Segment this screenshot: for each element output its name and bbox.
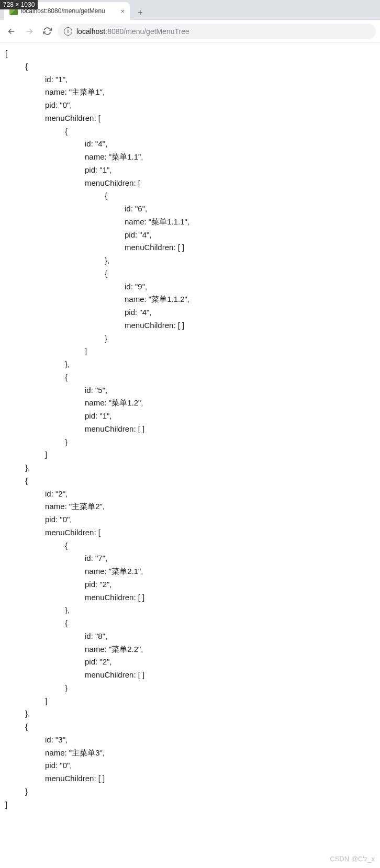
info-icon[interactable]: i bbox=[64, 27, 72, 36]
new-tab-button[interactable]: + bbox=[133, 5, 148, 20]
tab-bar: localhost:8080/menu/getMenu × + bbox=[0, 0, 380, 20]
json-field-name: name: "主菜单1", bbox=[5, 86, 375, 99]
json-brace-close: } bbox=[5, 436, 375, 449]
json-field-id: id: "8", bbox=[5, 630, 375, 643]
forward-button[interactable] bbox=[22, 24, 37, 39]
json-field-pid: pid: "0", bbox=[5, 99, 375, 112]
json-field-id: id: "6", bbox=[5, 202, 375, 216]
json-field-pid: pid: "1", bbox=[5, 164, 375, 177]
json-field-children: menuChildren: [ ] bbox=[5, 423, 375, 436]
json-field-id: id: "7", bbox=[5, 552, 375, 565]
json-brace-close: }, bbox=[5, 707, 375, 720]
json-field-name: name: "菜单1.2", bbox=[5, 397, 375, 410]
json-field-children-open: menuChildren: [ bbox=[5, 112, 375, 125]
json-field-name: name: "菜单2.1", bbox=[5, 565, 375, 578]
json-field-children: menuChildren: [ ] bbox=[5, 772, 375, 785]
json-field-pid: pid: "4", bbox=[5, 229, 375, 242]
json-field-name: name: "菜单1.1", bbox=[5, 151, 375, 164]
json-root-close: ] bbox=[5, 798, 375, 811]
json-field-name: name: "菜单2.2", bbox=[5, 643, 375, 656]
json-field-name: name: "菜单1.1.1", bbox=[5, 216, 375, 229]
json-field-name: name: "菜单1.1.2", bbox=[5, 293, 375, 306]
json-brace-open: { bbox=[5, 539, 375, 553]
json-field-pid: pid: "0", bbox=[5, 513, 375, 526]
json-field-name: name: "主菜单2", bbox=[5, 500, 375, 513]
json-brace-close: }, bbox=[5, 604, 375, 617]
json-bracket-close: ] bbox=[5, 695, 375, 708]
json-brace-open: { bbox=[5, 125, 375, 138]
json-field-pid: pid: "4", bbox=[5, 306, 375, 319]
json-bracket-close: ] bbox=[5, 448, 375, 461]
json-field-name: name: "主菜单3", bbox=[5, 747, 375, 760]
json-field-id: id: "5", bbox=[5, 384, 375, 397]
json-brace-close: } bbox=[5, 785, 375, 798]
url-bar[interactable]: i localhost:8080/menu/getMenuTree bbox=[58, 24, 376, 39]
url-text: localhost:8080/menu/getMenuTree bbox=[76, 27, 189, 36]
json-brace-open: { bbox=[5, 267, 375, 280]
json-field-id: id: "2", bbox=[5, 488, 375, 501]
json-brace-close: } bbox=[5, 332, 375, 345]
json-field-children: menuChildren: [ ] bbox=[5, 591, 375, 604]
json-field-id: id: "9", bbox=[5, 280, 375, 294]
json-brace-close: }, bbox=[5, 358, 375, 371]
json-brace-open: { bbox=[5, 720, 375, 734]
json-field-children-open: menuChildren: [ bbox=[5, 526, 375, 539]
json-root-open: [ bbox=[5, 47, 375, 60]
json-brace-close: }, bbox=[5, 461, 375, 475]
json-brace-open: { bbox=[5, 189, 375, 202]
close-icon[interactable]: × bbox=[120, 7, 125, 15]
json-brace-open: { bbox=[5, 617, 375, 630]
json-field-id: id: "4", bbox=[5, 138, 375, 151]
json-brace-close: }, bbox=[5, 254, 375, 267]
json-field-id: id: "3", bbox=[5, 734, 375, 747]
json-field-pid: pid: "2", bbox=[5, 578, 375, 591]
back-button[interactable] bbox=[4, 24, 19, 39]
dimension-badge: 728 × 1030 bbox=[0, 0, 38, 9]
json-field-children: menuChildren: [ ] bbox=[5, 319, 375, 332]
json-brace-open: { bbox=[5, 371, 375, 384]
json-brace-open: { bbox=[5, 60, 375, 73]
json-field-children-open: menuChildren: [ bbox=[5, 177, 375, 190]
json-field-children: menuChildren: [ ] bbox=[5, 669, 375, 682]
toolbar: i localhost:8080/menu/getMenuTree bbox=[0, 20, 380, 43]
json-field-id: id: "1", bbox=[5, 73, 375, 86]
json-field-children: menuChildren: [ ] bbox=[5, 241, 375, 254]
json-bracket-close: ] bbox=[5, 345, 375, 358]
json-field-pid: pid: "0", bbox=[5, 759, 375, 772]
json-brace-open: { bbox=[5, 475, 375, 488]
json-brace-close: } bbox=[5, 682, 375, 695]
json-viewer: [{id: "1",name: "主菜单1",pid: "0",menuChil… bbox=[0, 43, 380, 815]
json-field-pid: pid: "1", bbox=[5, 410, 375, 423]
reload-button[interactable] bbox=[40, 24, 54, 39]
json-field-pid: pid: "2", bbox=[5, 656, 375, 669]
